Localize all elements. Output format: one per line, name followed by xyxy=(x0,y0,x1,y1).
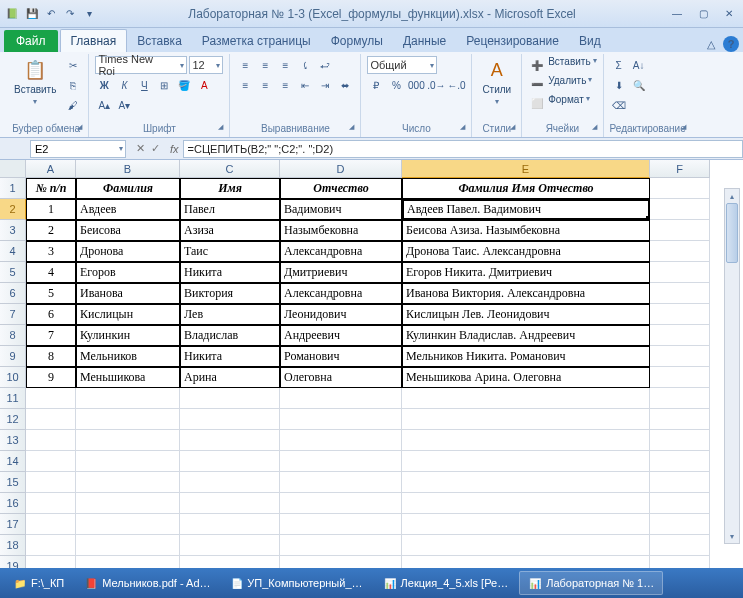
cell[interactable]: Павел xyxy=(180,199,280,220)
autosum-icon[interactable]: Σ xyxy=(610,56,628,74)
cell[interactable]: 9 xyxy=(26,367,76,388)
delete-cells-button[interactable]: ➖Удалить▾ xyxy=(528,75,592,93)
row-header[interactable]: 8 xyxy=(0,325,26,346)
cell[interactable] xyxy=(402,409,650,430)
format-cells-button[interactable]: ⬜Формат▾ xyxy=(528,94,590,112)
copy-icon[interactable]: ⎘ xyxy=(64,76,82,94)
col-header-A[interactable]: A xyxy=(26,160,76,178)
col-header-F[interactable]: F xyxy=(650,160,710,178)
cell[interactable] xyxy=(650,178,710,199)
row-header[interactable]: 6 xyxy=(0,283,26,304)
cell[interactable]: Владислав xyxy=(180,325,280,346)
cell[interactable] xyxy=(180,388,280,409)
cell[interactable]: Дронова Таис. Александровна xyxy=(402,241,650,262)
cell[interactable]: 1 xyxy=(26,199,76,220)
cell[interactable] xyxy=(180,430,280,451)
cell[interactable] xyxy=(26,535,76,556)
cell[interactable]: Беисова xyxy=(76,220,180,241)
format-painter-icon[interactable]: 🖌 xyxy=(64,96,82,114)
close-button[interactable]: ✕ xyxy=(719,6,739,22)
cell[interactable] xyxy=(26,472,76,493)
row-header[interactable]: 2 xyxy=(0,199,26,220)
clear-icon[interactable]: ⌫ xyxy=(610,96,628,114)
row-header[interactable]: 18 xyxy=(0,535,26,556)
border-button[interactable]: ⊞ xyxy=(155,76,173,94)
row-header[interactable]: 17 xyxy=(0,514,26,535)
cell[interactable] xyxy=(650,346,710,367)
cell[interactable]: Александровна xyxy=(280,283,402,304)
cell[interactable]: Виктория xyxy=(180,283,280,304)
row-header[interactable]: 5 xyxy=(0,262,26,283)
sort-icon[interactable]: A↓ xyxy=(630,56,648,74)
file-tab[interactable]: Файл xyxy=(4,30,58,52)
col-header-D[interactable]: D xyxy=(280,160,402,178)
taskbar-item[interactable]: 📄УП_Компьютерный_… xyxy=(222,571,372,595)
cell[interactable]: Фамилия Имя Отчество xyxy=(402,178,650,199)
select-all-corner[interactable] xyxy=(0,160,26,178)
maximize-button[interactable]: ▢ xyxy=(693,6,713,22)
cell[interactable]: Лев xyxy=(180,304,280,325)
shrink-font-icon[interactable]: A▾ xyxy=(115,96,133,114)
row-header[interactable]: 14 xyxy=(0,451,26,472)
cell[interactable]: Фамилия xyxy=(76,178,180,199)
cell[interactable] xyxy=(402,451,650,472)
minimize-ribbon-icon[interactable]: △ xyxy=(703,36,719,52)
cell[interactable] xyxy=(280,430,402,451)
row-header[interactable]: 12 xyxy=(0,409,26,430)
col-header-B[interactable]: B xyxy=(76,160,180,178)
cell[interactable]: Дмитриевич xyxy=(280,262,402,283)
italic-button[interactable]: К xyxy=(115,76,133,94)
cell[interactable]: 4 xyxy=(26,262,76,283)
cell[interactable] xyxy=(650,367,710,388)
cell[interactable] xyxy=(650,514,710,535)
cell[interactable] xyxy=(180,514,280,535)
styles-button[interactable]: A Стили ▾ xyxy=(478,56,515,108)
row-header[interactable]: 9 xyxy=(0,346,26,367)
cell[interactable] xyxy=(402,388,650,409)
cell[interactable] xyxy=(180,472,280,493)
align-bottom-icon[interactable]: ≡ xyxy=(276,56,294,74)
cell[interactable] xyxy=(26,430,76,451)
cell[interactable] xyxy=(650,220,710,241)
cell[interactable]: 3 xyxy=(26,241,76,262)
scroll-up-icon[interactable]: ▴ xyxy=(725,189,739,203)
cell[interactable]: Назымбековна xyxy=(280,220,402,241)
find-icon[interactable]: 🔍 xyxy=(630,76,648,94)
scroll-thumb[interactable] xyxy=(726,203,738,263)
cell[interactable] xyxy=(402,472,650,493)
cell[interactable] xyxy=(650,262,710,283)
cell[interactable]: 6 xyxy=(26,304,76,325)
decrease-indent-icon[interactable]: ⇤ xyxy=(296,76,314,94)
row-header[interactable]: 13 xyxy=(0,430,26,451)
number-format-combo[interactable]: Общий xyxy=(367,56,437,74)
cell[interactable] xyxy=(76,451,180,472)
cell[interactable] xyxy=(402,430,650,451)
undo-icon[interactable]: ↶ xyxy=(43,6,59,22)
excel-icon[interactable]: 📗 xyxy=(4,6,20,22)
cell[interactable] xyxy=(280,451,402,472)
percent-icon[interactable]: % xyxy=(387,76,405,94)
orientation-icon[interactable]: ⤹ xyxy=(296,56,314,74)
cell[interactable]: Отчество xyxy=(280,178,402,199)
decrease-decimal-icon[interactable]: ←.0 xyxy=(447,76,465,94)
cell[interactable] xyxy=(280,514,402,535)
cell[interactable] xyxy=(402,514,650,535)
paste-button[interactable]: 📋 Вставить ▾ xyxy=(10,56,60,108)
cell[interactable] xyxy=(180,535,280,556)
name-box[interactable]: E2 xyxy=(30,140,126,158)
cell[interactable] xyxy=(26,493,76,514)
row-header[interactable]: 3 xyxy=(0,220,26,241)
tab-formulas[interactable]: Формулы xyxy=(321,30,393,52)
row-header[interactable]: 7 xyxy=(0,304,26,325)
cell[interactable] xyxy=(650,493,710,514)
font-size-combo[interactable]: 12 xyxy=(189,56,223,74)
accept-formula-icon[interactable]: ✓ xyxy=(151,142,160,155)
cell[interactable] xyxy=(650,199,710,220)
cell[interactable] xyxy=(650,241,710,262)
cell[interactable]: Кислицын Лев. Леонидович xyxy=(402,304,650,325)
cell[interactable]: Вадимович xyxy=(280,199,402,220)
row-header[interactable]: 4 xyxy=(0,241,26,262)
cell[interactable] xyxy=(180,409,280,430)
cell[interactable] xyxy=(402,493,650,514)
cut-icon[interactable]: ✂ xyxy=(64,56,82,74)
